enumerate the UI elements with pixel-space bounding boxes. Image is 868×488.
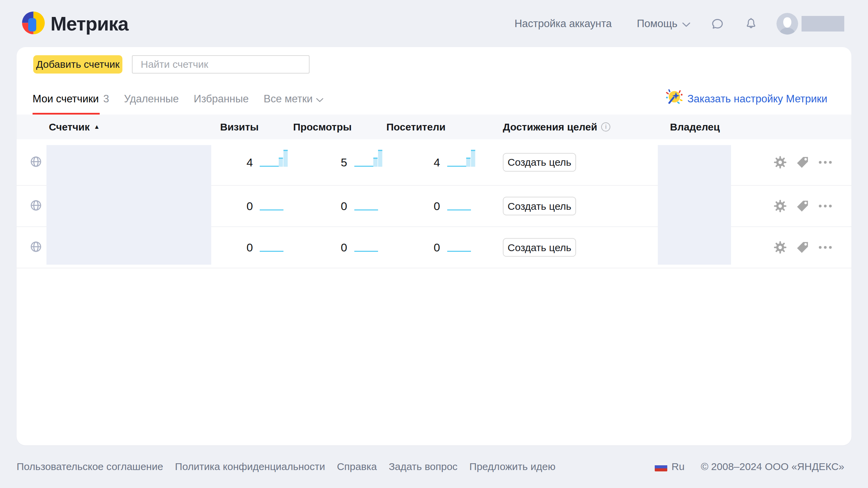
views-sparkline [354,202,378,210]
views-value: 5 [341,156,347,169]
footer-links: Пользовательское соглашение Политика кон… [17,461,555,472]
order-metrika-setup-label: Заказать настройку Метрики [687,93,827,105]
logo-title: Метрика [51,13,128,35]
row-actions [773,199,832,213]
add-counter-button[interactable]: Добавить счетчик [33,55,122,74]
column-header-counter[interactable]: Счетчик ▲ [49,121,100,133]
visits-value: 0 [246,200,253,213]
help-menu[interactable]: Помощь [637,18,690,30]
settings-gear-icon[interactable] [773,156,787,169]
globe-icon [30,241,42,254]
more-actions-icon[interactable] [818,160,832,164]
settings-gear-icon[interactable] [773,199,787,213]
label-tag-icon[interactable] [796,241,809,254]
visitors-sparkline [447,150,476,167]
notifications-bell-icon[interactable] [745,17,757,30]
visits-value: 4 [246,156,253,169]
metrika-logo-icon [22,12,45,36]
search-counter-input[interactable] [132,55,310,74]
views-value: 0 [341,200,347,213]
sort-ascending-icon: ▲ [94,123,100,130]
visitors-value: 4 [434,156,440,169]
visitors-value: 0 [434,200,440,213]
column-header-owner: Владелец [670,121,720,133]
column-header-visitors: Посетители [387,121,446,133]
visits-sparkline [260,150,288,167]
footer-link-user-agreement[interactable]: Пользовательское соглашение [17,461,163,472]
metrika-logo[interactable]: Метрика [22,12,128,36]
globe-icon [30,199,42,213]
visitors-sparkline [447,202,471,210]
views-sparkline [354,150,383,167]
footer-link-ask-question[interactable]: Задать вопрос [389,461,457,472]
chat-icon[interactable] [711,17,724,30]
visits-sparkline [260,243,283,252]
label-tag-icon[interactable] [796,200,809,212]
create-goal-button[interactable]: Создать цель [503,153,576,171]
table-body: 4 5 4 Создать цель [17,139,851,268]
label-tag-icon[interactable] [796,156,809,169]
help-menu-label: Помощь [637,18,677,30]
footer-right: Ru © 2008–2024 ООО «ЯНДЕКС» [655,461,844,472]
more-actions-icon[interactable] [818,245,832,249]
metrika-counters-page: Метрика Настройка аккаунта Помощь [0,0,868,488]
account-settings-link[interactable]: Настройка аккаунта [514,18,612,30]
my-counters-count: 3 [103,93,109,105]
language-selector[interactable]: Ru [672,461,685,472]
visitors-value: 0 [434,241,440,254]
topbar: Метрика Настройка аккаунта Помощь [0,0,868,47]
column-header-visits: Визиты [220,121,259,133]
topbar-right: Настройка аккаунта Помощь [514,13,844,35]
views-value: 0 [341,241,347,254]
create-goal-button[interactable]: Создать цель [503,238,576,257]
username-redacted[interactable] [802,16,844,32]
order-metrika-setup-link[interactable]: Заказать настройку Метрики [665,85,827,113]
views-sparkline [354,243,378,252]
russia-flag-icon [655,462,667,471]
footer-link-suggest-idea[interactable]: Предложить идею [469,461,555,472]
tab-deleted[interactable]: Удаленные [124,93,179,105]
all-labels-dropdown[interactable]: Все метки [264,93,313,105]
more-actions-icon[interactable] [818,204,832,208]
chevron-down-icon [682,18,690,30]
column-header-views: Просмотры [293,121,352,133]
globe-icon [30,156,42,169]
tab-favorites[interactable]: Избранные [194,93,249,105]
tabs-row: Мои счетчики 3 Удаленные Избранные Все м… [17,85,851,115]
footer-link-help[interactable]: Справка [337,461,377,472]
footer: Пользовательское соглашение Политика кон… [17,445,844,488]
visits-value: 0 [246,241,253,254]
user-avatar[interactable] [776,13,798,35]
owner-names-redacted [658,145,731,265]
copyright-text: © 2008–2024 ООО «ЯНДЕКС» [701,461,844,472]
create-goal-button[interactable]: Создать цель [503,197,576,216]
visits-sparkline [260,202,283,210]
counters-card: Добавить счетчик Мои счетчики 3 Удаленны… [17,47,851,445]
tab-my-counters[interactable]: Мои счетчики [33,93,99,105]
footer-link-privacy-policy[interactable]: Политика конфиденциальности [175,461,325,472]
settings-gear-icon[interactable] [773,241,787,254]
table-header: Счетчик ▲ Визиты Просмотры Посетители До… [17,115,851,139]
row-actions [773,156,832,169]
chevron-down-icon [316,93,323,105]
column-header-goals: Достижения целей i [503,121,610,133]
info-icon[interactable]: i [601,122,610,131]
row-actions [773,241,832,254]
visitors-sparkline [447,243,471,252]
magic-wand-icon [665,88,683,110]
counter-names-redacted[interactable] [46,145,211,265]
